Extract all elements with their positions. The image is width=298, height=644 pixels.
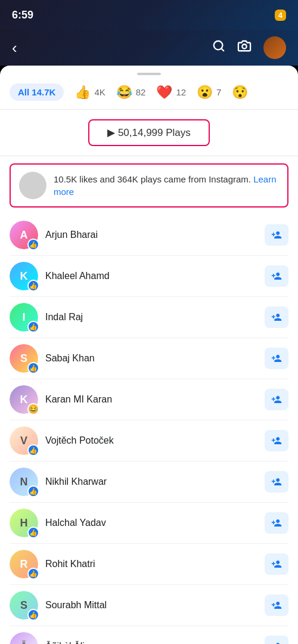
love-count: 12 — [176, 87, 186, 97]
instagram-info-text: 10.5K likes and 364K plays came from Ins… — [54, 174, 251, 184]
reaction-badge: 👍 — [27, 321, 39, 333]
status-icons: 4 — [275, 10, 286, 21]
like-reaction-icon: 👍 — [29, 488, 38, 496]
reaction-badge: 👍 — [27, 568, 39, 580]
user-name: Karan MI Karan — [45, 394, 257, 405]
add-friend-icon — [271, 435, 283, 446]
user-avatar-wrapper: R 👍 — [10, 550, 38, 578]
add-friend-button[interactable] — [265, 471, 288, 493]
add-friend-button[interactable] — [265, 430, 288, 451]
instagram-text: 10.5K likes and 364K plays came from Ins… — [54, 173, 279, 198]
user-name: Sabaj Khan — [45, 353, 257, 364]
like-reaction-icon: 👍 — [29, 241, 38, 249]
add-friend-button[interactable] — [265, 512, 288, 534]
haha-count: 82 — [136, 87, 146, 97]
add-friend-icon — [271, 312, 283, 323]
add-friend-button[interactable] — [265, 636, 288, 644]
add-friend-button[interactable] — [265, 265, 288, 287]
tab-all-label: All 14.7K — [10, 83, 64, 101]
user-avatar-wrapper: K 👍 — [10, 262, 38, 290]
reaction-badge: 👍 — [27, 527, 39, 538]
nav-bar: ‹ — [0, 30, 298, 66]
camera-icon[interactable] — [237, 39, 252, 56]
user-name: Arjun Bharai — [45, 230, 257, 240]
instagram-info-box: 10.5K likes and 364K plays came from Ins… — [10, 163, 288, 208]
list-item: S 👍 Sourabh Mittal — [10, 585, 288, 626]
tab-love[interactable]: ❤️ 12 — [156, 85, 186, 100]
add-friend-button[interactable] — [265, 389, 288, 410]
tab-haha[interactable]: 😂 82 — [116, 85, 146, 100]
reaction-badge: 👍 — [27, 444, 39, 456]
tab-wow2[interactable]: 😯 — [232, 85, 248, 100]
love-emoji: ❤️ — [156, 85, 172, 100]
wow1-emoji: 😮 — [197, 85, 213, 100]
user-avatar-wrapper: N 👍 — [10, 467, 38, 496]
like-reaction-icon: 👍 — [29, 611, 38, 619]
plays-box: ▶ 50,14,999 Plays — [88, 119, 210, 146]
search-icon[interactable] — [212, 39, 225, 56]
add-friend-icon — [271, 559, 283, 569]
status-time: 6:59 — [12, 9, 33, 21]
notification-badge: 4 — [275, 10, 286, 21]
back-button[interactable]: ‹ — [12, 39, 17, 57]
add-friend-button[interactable] — [265, 595, 288, 616]
instagram-avatar — [19, 172, 46, 199]
haha-reaction-icon: 😂 — [29, 405, 38, 413]
add-friend-icon — [271, 394, 283, 405]
user-avatar-wrapper: S 👍 — [10, 591, 38, 620]
user-avatar[interactable] — [263, 36, 286, 59]
reaction-badge: 👍 — [27, 239, 39, 250]
tab-like[interactable]: 👍 4K — [74, 85, 105, 100]
nav-right-icons — [212, 36, 286, 59]
list-item: K 😂 Karan MI Karan — [10, 379, 288, 420]
status-bar: 6:59 4 — [0, 0, 298, 30]
phone-container: 6:59 4 ‹ — [0, 0, 298, 644]
list-item: A 👍 Arjun Bharai — [10, 215, 288, 256]
reaction-badge: 😂 — [27, 403, 39, 415]
add-friend-button[interactable] — [265, 348, 288, 369]
list-item: H 👍 Halchal Yadav — [10, 503, 288, 544]
user-avatar-wrapper: I 👍 — [10, 303, 38, 332]
like-count: 4K — [94, 87, 105, 97]
user-list: A 👍 Arjun Bharai K — [0, 215, 298, 644]
like-reaction-icon: 👍 — [29, 529, 38, 537]
add-friend-button[interactable] — [265, 553, 288, 575]
list-item: S 👍 Sabaj Khan — [10, 338, 288, 379]
add-friend-icon — [271, 476, 283, 487]
list-item: K 👍 Khaleel Ahamd — [10, 256, 288, 297]
like-reaction-icon: 👍 — [29, 323, 38, 331]
like-reaction-icon: 👍 — [29, 282, 38, 290]
list-item: N 👍 Nikhil Kharwar — [10, 462, 288, 503]
user-name: Vojtěch Potoček — [45, 435, 257, 446]
user-name: Āñikùl Āli — [45, 641, 85, 644]
user-name: Indal Raj — [45, 312, 257, 323]
user-avatar-wrapper: Ā 👍 — [10, 632, 38, 644]
plays-label: ▶ 50,14,999 Plays — [107, 126, 191, 139]
haha-emoji: 😂 — [116, 85, 132, 100]
user-name: Halchal Yadav — [45, 518, 257, 528]
add-friend-button[interactable] — [265, 306, 288, 328]
filter-tabs: All 14.7K 👍 4K 😂 82 ❤️ 12 😮 7 😯 — [0, 75, 298, 110]
add-friend-icon — [271, 641, 283, 644]
tab-wow1[interactable]: 😮 7 — [197, 85, 221, 100]
like-reaction-icon: 👍 — [29, 364, 38, 372]
reaction-badge: 👍 — [27, 280, 39, 292]
svg-line-1 — [221, 48, 224, 51]
add-friend-icon — [271, 230, 283, 240]
reaction-badge: 👍 — [27, 485, 39, 497]
wow2-emoji: 😯 — [232, 85, 248, 100]
svg-point-2 — [242, 44, 246, 48]
reaction-badge: 👍 — [27, 362, 39, 374]
tab-all[interactable]: All 14.7K — [10, 83, 64, 101]
user-avatar-wrapper: V 👍 — [10, 426, 38, 455]
list-item: Ā 👍 Āñikùl Āli — [10, 626, 288, 644]
like-emoji: 👍 — [74, 85, 91, 100]
user-avatar-wrapper: A 👍 — [10, 221, 38, 249]
sheet-handle — [0, 66, 298, 75]
user-name: Khaleel Ahamd — [45, 271, 257, 281]
like-reaction-icon: 👍 — [29, 447, 38, 454]
user-name: Nikhil Kharwar — [45, 476, 257, 487]
add-friend-button[interactable] — [265, 224, 288, 246]
handle-bar — [137, 73, 161, 75]
plays-section: ▶ 50,14,999 Plays — [0, 110, 298, 156]
